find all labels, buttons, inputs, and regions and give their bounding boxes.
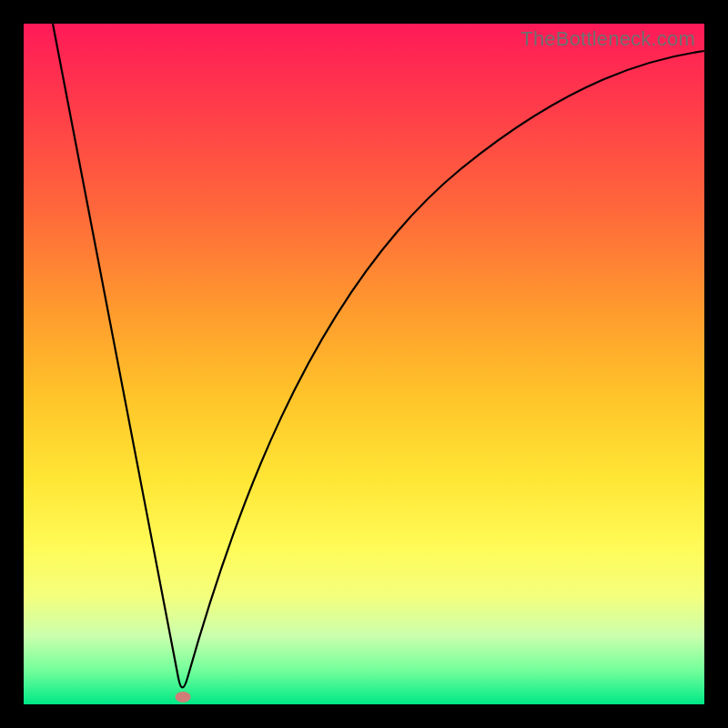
plot-area: TheBottleneck.com (24, 24, 704, 704)
curve-path (53, 24, 704, 688)
optimum-marker (176, 692, 191, 703)
bottleneck-curve (24, 24, 704, 704)
watermark-text: TheBottleneck.com (521, 27, 695, 51)
chart-frame: TheBottleneck.com (0, 0, 728, 728)
